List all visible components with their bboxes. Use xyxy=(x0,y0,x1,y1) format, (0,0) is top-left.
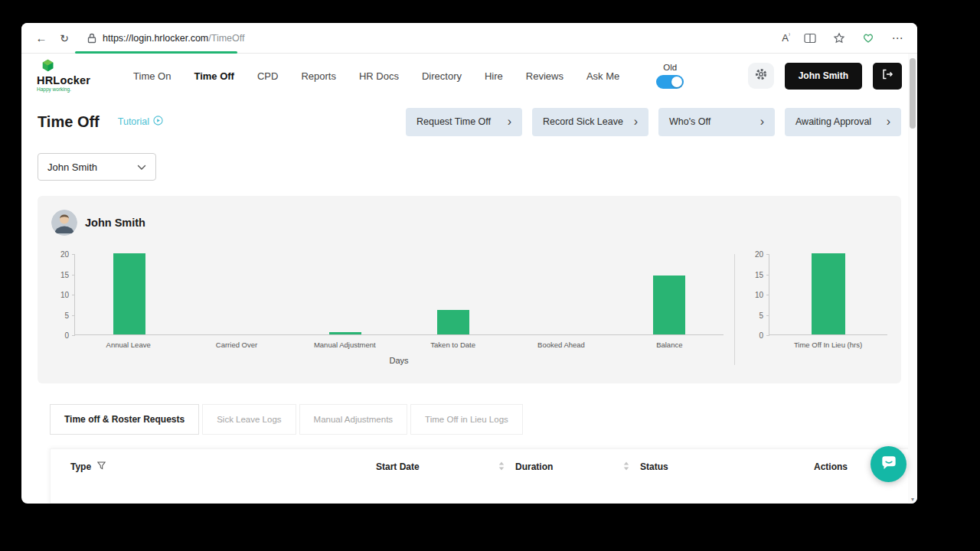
scrollbar-thumb[interactable] xyxy=(910,58,916,129)
hrlocker-logo[interactable]: HRLocker Happy working. xyxy=(37,59,90,93)
category-label: Time Off In Lieu (hrs) xyxy=(769,335,887,349)
request-time-off-button[interactable]: Request Time Off › xyxy=(406,108,522,136)
sort-icon[interactable] xyxy=(498,461,505,473)
logout-icon xyxy=(881,68,893,83)
chart-divider xyxy=(734,254,735,365)
tutorial-link-label: Tutorial xyxy=(118,116,149,127)
plot-area xyxy=(74,254,724,335)
employee-select[interactable]: John Smith xyxy=(38,153,156,181)
tab-manual-adjustments[interactable]: Manual Adjustments xyxy=(299,404,408,435)
main-nav: Time On Time Off CPD Reports HR Docs Dir… xyxy=(133,70,619,82)
nav-item-time-off[interactable]: Time Off xyxy=(194,70,234,82)
tutorial-link[interactable]: Tutorial xyxy=(118,116,163,128)
column-label: Start Date xyxy=(376,461,420,472)
column-label: Status xyxy=(640,461,668,472)
column-label: Type xyxy=(70,461,91,472)
y-axis: 05101520 xyxy=(51,254,74,335)
axis-tick xyxy=(72,254,75,255)
old-version-toggle[interactable] xyxy=(656,75,684,89)
browser-essentials-icon[interactable] xyxy=(859,29,877,47)
category-label: Annual Leave xyxy=(74,335,182,349)
gear-icon xyxy=(754,67,768,84)
chat-icon xyxy=(879,453,899,476)
bar-slot xyxy=(400,310,508,334)
time-in-lieu-chart: 05101520Time Off In Lieu (hrs) xyxy=(746,254,887,349)
column-header-duration[interactable]: Duration xyxy=(515,461,640,473)
y-tick-label: 5 xyxy=(759,311,763,320)
bar-slot xyxy=(616,276,724,334)
axis-tick xyxy=(766,275,769,276)
bar-slot xyxy=(291,332,399,334)
more-menu-icon[interactable]: ⋯ xyxy=(888,29,906,47)
tab-time-off-roster-requests[interactable]: Time off & Roster Requests xyxy=(50,404,199,435)
chevron-right-icon: › xyxy=(760,116,764,128)
record-sick-leave-button[interactable]: Record Sick Leave › xyxy=(532,108,648,136)
chart-bar-manual-adjustment xyxy=(329,332,361,334)
axis-tick xyxy=(72,295,75,295)
filter-icon[interactable] xyxy=(97,461,106,472)
chart-bar-annual-leave xyxy=(113,253,145,334)
profile-name: John Smith xyxy=(85,217,145,229)
axis-tick xyxy=(766,335,769,336)
column-label: Duration xyxy=(515,461,553,472)
old-version-toggle-block: Old xyxy=(656,63,684,89)
nav-item-reports[interactable]: Reports xyxy=(301,70,336,82)
log-tabs: Time off & Roster Requests Sick Leave Lo… xyxy=(50,404,911,435)
nav-item-reviews[interactable]: Reviews xyxy=(526,70,564,82)
chart-bar-time-off-in-lieu-hrs- xyxy=(812,253,845,334)
logo-tagline: Happy working. xyxy=(37,87,90,93)
sort-icon[interactable] xyxy=(623,461,629,473)
awaiting-approval-button[interactable]: Awaiting Approval › xyxy=(785,108,901,136)
column-header-start-date[interactable]: Start Date xyxy=(376,461,515,473)
favorites-icon[interactable] xyxy=(830,29,848,47)
scrollbar-down-arrow[interactable]: ▾ xyxy=(908,496,917,503)
y-tick-label: 5 xyxy=(64,311,69,320)
nav-item-hr-docs[interactable]: HR Docs xyxy=(359,70,399,82)
column-label: Actions xyxy=(814,461,848,472)
button-label: Record Sick Leave xyxy=(543,116,623,127)
category-label: Carried Over xyxy=(182,335,290,349)
play-circle-icon xyxy=(153,116,163,128)
whos-off-button[interactable]: Who's Off › xyxy=(658,108,775,136)
nav-item-cpd[interactable]: CPD xyxy=(257,70,278,82)
x-axis-label: Days xyxy=(74,356,724,365)
user-menu-button[interactable]: John Smith xyxy=(785,63,862,90)
lock-icon[interactable] xyxy=(87,33,96,44)
button-label: Who's Off xyxy=(669,116,710,127)
category-label: Booked Ahead xyxy=(507,335,615,349)
tab-sick-leave-logs[interactable]: Sick Leave Logs xyxy=(202,404,296,435)
y-tick-label: 10 xyxy=(755,291,763,299)
nav-item-ask-me[interactable]: Ask Me xyxy=(586,70,619,82)
y-axis: 05101520 xyxy=(746,254,769,335)
url-domain: https://login.hrlocker.com xyxy=(103,33,208,44)
y-tick-label: 20 xyxy=(755,250,763,259)
app-header: HRLocker Happy working. Time On Time Off… xyxy=(21,54,917,98)
address-bar[interactable]: https://login.hrlocker.com/TimeOff xyxy=(103,33,245,44)
url-path: /TimeOff xyxy=(208,33,244,44)
button-label: Awaiting Approval xyxy=(795,116,871,127)
leave-summary-panel: John Smith 05101520Annual LeaveCarried O… xyxy=(38,196,901,383)
axis-tick xyxy=(72,335,75,336)
read-aloud-icon[interactable]: A⁾ xyxy=(782,32,790,44)
logo-brand-text: HRLocker xyxy=(37,75,90,86)
leave-balance-chart: 05101520Annual LeaveCarried OverManual A… xyxy=(51,254,724,365)
bar-slot xyxy=(75,253,183,334)
nav-item-time-on[interactable]: Time On xyxy=(133,70,171,82)
split-screen-icon[interactable] xyxy=(801,29,819,47)
refresh-icon[interactable]: ↻ xyxy=(55,29,74,47)
chat-widget-button[interactable] xyxy=(871,446,906,482)
back-icon[interactable]: ← xyxy=(32,29,51,47)
bar-slot xyxy=(769,253,887,334)
nav-item-hire[interactable]: Hire xyxy=(485,70,503,82)
logout-button[interactable] xyxy=(873,63,902,90)
browser-window: ← ↻ https://login.hrlocker.com/TimeOff A… xyxy=(21,23,917,504)
axis-tick xyxy=(72,275,75,276)
settings-button[interactable] xyxy=(748,63,774,89)
y-tick-label: 0 xyxy=(64,331,69,340)
avatar xyxy=(51,210,77,236)
tab-time-off-in-lieu-logs[interactable]: Time Off in Lieu Logs xyxy=(410,404,523,435)
nav-item-directory[interactable]: Directory xyxy=(422,70,462,82)
page-title: Time Off xyxy=(38,113,100,131)
chevron-right-icon: › xyxy=(508,116,511,128)
table-header-row: Type Start Date Duration Status xyxy=(51,449,910,484)
